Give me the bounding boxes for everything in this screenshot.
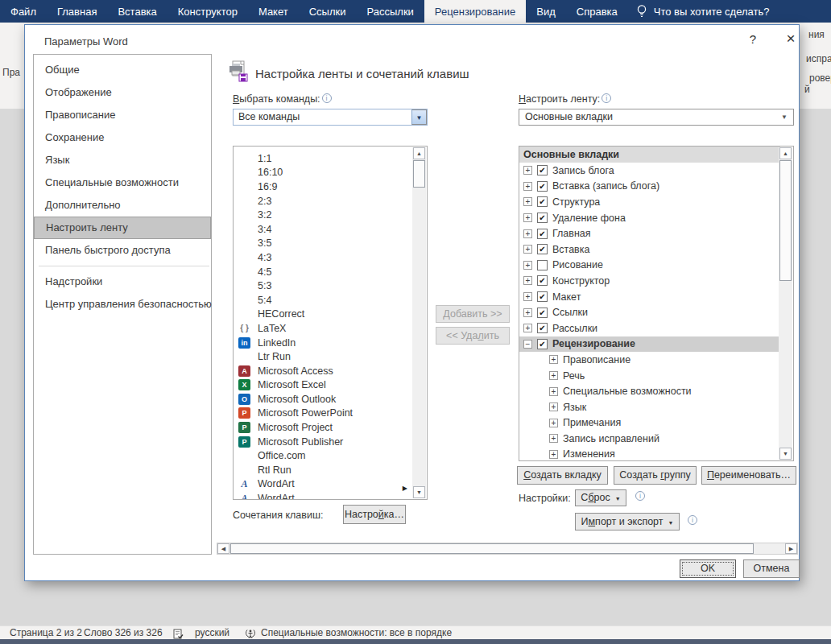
accessibility-status[interactable]: Специальные возможности: все в порядке xyxy=(261,627,452,638)
expand-icon[interactable] xyxy=(523,197,532,206)
sidebar-item-6[interactable]: Дополнительно xyxy=(34,194,211,217)
command-item[interactable]: 1:1 xyxy=(234,151,427,166)
scroll-down-icon[interactable]: ▼ xyxy=(413,486,425,498)
expand-icon[interactable] xyxy=(523,308,532,317)
scroll-up-icon[interactable]: ▲ xyxy=(413,147,425,159)
sidebar-item-9[interactable]: Надстройки xyxy=(34,270,211,293)
command-item[interactable]: AMicrosoft Access xyxy=(234,364,427,378)
commands-scrollbar[interactable]: ▲ ▼ xyxy=(412,147,426,498)
tree-item[interactable]: Конструктор xyxy=(519,273,780,289)
ribbon-tab-1[interactable]: Главная xyxy=(47,0,107,23)
expand-icon[interactable] xyxy=(549,419,558,427)
sidebar-item-5[interactable]: Специальные возможности xyxy=(34,171,211,194)
ribbon-tab-2[interactable]: Вставка xyxy=(107,0,167,23)
checkbox[interactable] xyxy=(537,275,548,286)
checkbox[interactable] xyxy=(537,291,548,302)
sidebar-item-10[interactable]: Центр управления безопасностью xyxy=(34,293,211,316)
command-item[interactable]: HECorrect xyxy=(234,308,427,322)
command-item[interactable]: XMicrosoft Excel xyxy=(234,378,427,393)
tree-item[interactable]: Правописание xyxy=(519,352,780,368)
expand-icon[interactable] xyxy=(523,213,532,222)
checkbox[interactable] xyxy=(537,323,548,333)
command-item[interactable]: 4:3 xyxy=(234,250,427,265)
command-item[interactable]: Ltr Run xyxy=(234,349,427,364)
expand-icon[interactable] xyxy=(523,292,532,301)
tree-item[interactable]: Ссылки xyxy=(519,304,780,320)
ribbon-tab-7[interactable]: Рецензирование xyxy=(424,0,526,23)
sidebar-item-7[interactable]: Настроить ленту xyxy=(34,217,211,239)
tell-me-text[interactable]: Что вы хотите сделать? xyxy=(654,6,770,18)
checkbox[interactable] xyxy=(537,244,548,254)
command-item[interactable]: AWordArt xyxy=(234,477,427,492)
ribbon-tab-0[interactable]: Файл xyxy=(0,0,47,23)
checkbox[interactable] xyxy=(537,213,548,223)
sidebar-item-2[interactable]: Правописание xyxy=(34,104,211,126)
close-icon[interactable]: × xyxy=(780,30,801,47)
tree-item[interactable]: Вставка xyxy=(519,242,780,258)
command-item[interactable]: 2:3 xyxy=(234,194,427,208)
expand-icon[interactable] xyxy=(549,434,558,443)
ok-button[interactable]: OK xyxy=(680,559,736,578)
ribbon-tab-4[interactable]: Макет xyxy=(248,0,299,23)
tree-item[interactable]: Структура xyxy=(519,194,780,210)
expand-icon[interactable] xyxy=(523,229,532,238)
command-item[interactable]: 3:5 xyxy=(234,237,427,251)
expand-icon[interactable] xyxy=(549,450,558,459)
expand-icon[interactable] xyxy=(523,166,532,175)
commands-listbox[interactable]: 1:116:1016:92:33:23:43:54:34:55:35:4HECo… xyxy=(233,146,428,500)
command-item[interactable]: 3:2 xyxy=(234,208,427,222)
checkbox[interactable] xyxy=(537,196,548,207)
tree-item[interactable]: Рисование xyxy=(519,258,780,274)
expand-icon[interactable] xyxy=(523,276,532,285)
command-item[interactable]: { }LaTeX xyxy=(234,321,427,336)
expand-icon[interactable] xyxy=(549,402,558,411)
expand-icon[interactable] xyxy=(523,245,532,254)
expand-icon[interactable] xyxy=(523,182,532,191)
checkbox[interactable] xyxy=(537,165,548,175)
command-item[interactable]: 16:9 xyxy=(234,180,427,194)
rename-button[interactable]: Переименовать… xyxy=(701,466,796,485)
sidebar-item-1[interactable]: Отображение xyxy=(34,81,211,104)
command-item[interactable]: OMicrosoft Outlook xyxy=(234,392,427,407)
horizontal-scrollbar[interactable]: ◀ ▶ xyxy=(217,543,798,555)
ribbon-tab-5[interactable]: Ссылки xyxy=(299,0,357,23)
new-group-button[interactable]: Создать группу xyxy=(614,466,697,485)
expand-icon[interactable] xyxy=(549,355,558,364)
ribbon-tree[interactable]: Основные вкладки Запись блогаВставка (за… xyxy=(519,146,794,461)
command-item[interactable]: Rtl Run xyxy=(234,463,427,477)
expand-icon[interactable] xyxy=(549,371,558,380)
ribbon-tab-3[interactable]: Конструктор xyxy=(167,0,248,23)
tree-item[interactable]: Рецензирование xyxy=(519,336,780,353)
command-item[interactable]: Office.com xyxy=(234,448,427,463)
tree-item[interactable]: Вставка (запись блога) xyxy=(519,179,780,195)
sidebar-item-4[interactable]: Язык xyxy=(34,149,211,171)
ribbon-tab-8[interactable]: Вид xyxy=(526,0,566,23)
expand-icon[interactable] xyxy=(523,324,532,332)
language-indicator[interactable]: русский xyxy=(195,627,229,638)
checkbox[interactable] xyxy=(537,181,548,192)
scroll-up-icon[interactable]: ▲ xyxy=(779,147,792,159)
tree-item[interactable]: Изменения xyxy=(519,447,780,461)
new-tab-button[interactable]: Создать вкладку xyxy=(517,466,608,485)
scrollbar-thumb[interactable] xyxy=(779,160,792,281)
chevron-down-icon[interactable] xyxy=(411,109,427,125)
tree-item[interactable]: Макет xyxy=(519,289,780,305)
page-indicator[interactable]: Страница 2 из 2 xyxy=(10,627,82,638)
scrollbar-thumb[interactable] xyxy=(413,160,425,188)
reset-button[interactable]: Сброс xyxy=(575,489,626,506)
command-item[interactable]: inLinkedIn xyxy=(234,336,427,350)
collapse-icon[interactable] xyxy=(523,340,532,349)
command-item[interactable]: PMicrosoft Project xyxy=(234,420,427,435)
tree-item[interactable]: Специальные возможности xyxy=(519,383,780,399)
choose-commands-select[interactable]: Все команды xyxy=(233,109,428,126)
tree-item[interactable]: Удаление фона xyxy=(519,210,780,226)
command-item[interactable]: 4:5 xyxy=(234,265,427,279)
tell-me-area[interactable]: Что вы хотите сделать? xyxy=(628,0,770,23)
scroll-left-icon[interactable]: ◀ xyxy=(217,543,229,554)
tree-item[interactable]: Примечания xyxy=(519,415,780,431)
ribbon-tab-9[interactable]: Справка xyxy=(566,0,628,23)
customize-ribbon-select[interactable]: Основные вкладки xyxy=(519,109,794,126)
expand-icon[interactable] xyxy=(523,261,532,270)
tree-item[interactable]: Речь xyxy=(519,368,780,384)
checkbox[interactable] xyxy=(537,308,548,318)
